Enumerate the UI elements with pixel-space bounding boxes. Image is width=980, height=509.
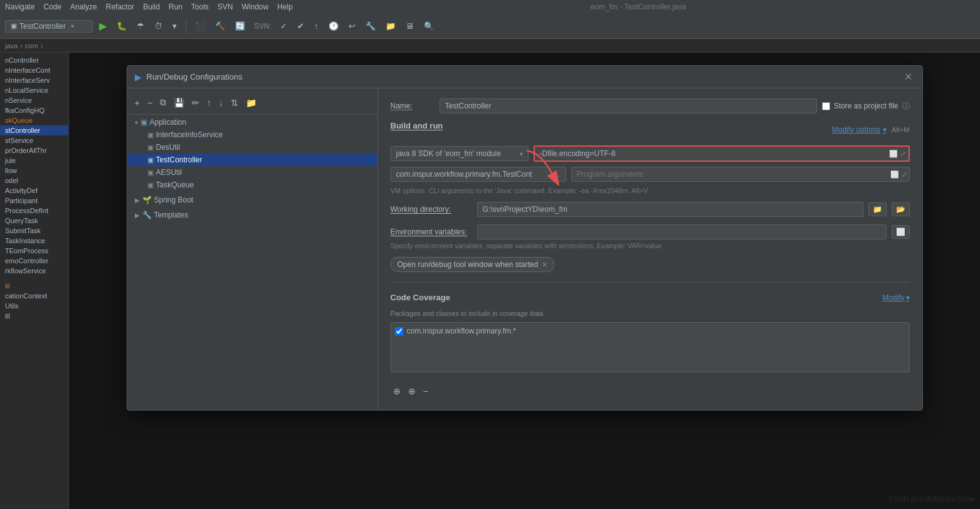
sidebar-item-til2[interactable]: til (0, 311, 68, 321)
sync-button[interactable]: 🔄 (231, 19, 249, 33)
sidebar-item-skqueue[interactable]: skQueue (0, 115, 68, 125)
menu-build[interactable]: Build (143, 3, 160, 11)
folder-button[interactable]: 📁 (243, 97, 259, 109)
tree-group-header-templates[interactable]: ▶ 🔧 Templates (127, 209, 377, 221)
svn-check[interactable]: ✓ (277, 19, 291, 33)
sidebar-item-processdefint[interactable]: ProcessDefInt (0, 206, 68, 216)
project-button[interactable]: 📁 (382, 19, 399, 33)
run-button[interactable]: ▶ (95, 18, 110, 34)
sidebar-item-cationcontext[interactable]: cationContext (0, 291, 68, 301)
sidebar-item-nservice[interactable]: nService (0, 95, 68, 105)
open-dir-button[interactable]: 📂 (892, 202, 910, 216)
sidebar-item-rkflowservice[interactable]: rkflowService (0, 266, 68, 276)
breadcrumb-java[interactable]: java (5, 42, 18, 50)
sidebar-item-querytask[interactable]: QueryTask (0, 216, 68, 226)
search-button[interactable]: 🔍 (420, 19, 438, 33)
sidebar-item-llow[interactable]: llow (0, 165, 68, 176)
svn-tick[interactable]: ✔ (293, 19, 308, 33)
move-up-button[interactable]: ↑ (204, 97, 214, 109)
coverage-checkbox[interactable] (395, 327, 403, 335)
menu-help[interactable]: Help (277, 3, 293, 11)
chevron-down-icon: ▾ (71, 23, 74, 29)
sidebar-item-ninterfacecont[interactable]: nInterfaceCont (0, 65, 68, 75)
menu-svn[interactable]: SVN (218, 3, 233, 11)
store-checkbox[interactable] (822, 102, 830, 110)
settings-button[interactable]: 🔧 (362, 19, 379, 33)
vm-options-input[interactable] (535, 147, 909, 160)
debug-button[interactable]: 🐛 (113, 19, 130, 33)
add-config-button[interactable]: + (132, 97, 142, 109)
name-input[interactable] (440, 98, 817, 113)
file-icon: ▣ (147, 156, 154, 164)
tree-item-aesutil[interactable]: ▣ AESUtil (127, 166, 377, 179)
sidebar-item-submittask[interactable]: SubmitTask (0, 226, 68, 236)
menu-analyze[interactable]: Analyze (70, 3, 97, 11)
working-dir-input[interactable] (477, 202, 863, 217)
tree-item-taskqueue[interactable]: ▣ TaskQueue (127, 179, 377, 191)
dialog-close-button[interactable]: ✕ (902, 71, 915, 83)
sort-button[interactable]: ⇅ (228, 97, 241, 109)
env-vars-input[interactable] (477, 224, 887, 239)
stop-button[interactable]: ⬛ (191, 19, 209, 33)
remove-coverage-button[interactable]: − (421, 385, 431, 397)
coverage-button[interactable]: ☂ (133, 19, 148, 33)
menu-run[interactable]: Run (169, 3, 182, 11)
menu-code[interactable]: Code (43, 3, 61, 11)
tree-group-header-springboot[interactable]: ▶ 🌱 Spring Boot (127, 194, 377, 206)
tree-group-header-application[interactable]: ▾ ▣ Application (127, 116, 377, 129)
tree-item-interfaceinfoservice[interactable]: ▣ InterfaceInfoService (127, 129, 377, 141)
sidebar-item-ncontroller[interactable]: nController (0, 55, 68, 65)
dialog-body: + − ⧉ 💾 ✏ ↑ ↓ ⇅ 📁 (127, 88, 922, 410)
add-coverage2-button[interactable]: ⊕ (406, 385, 418, 397)
sidebar-item-stservice[interactable]: stService (0, 135, 68, 145)
move-down-button[interactable]: ↓ (216, 97, 226, 109)
sidebar-item-activitydef[interactable]: ActivityDef (0, 186, 68, 196)
app-icon: ▣ (140, 118, 147, 127)
copy-config-button[interactable]: ⧉ (157, 96, 169, 109)
sidebar-item-prorderallthr[interactable]: prOrderAllThr (0, 145, 68, 155)
menu-refactor[interactable]: Refactor (106, 3, 134, 11)
open-tool-window-tag[interactable]: Open run/debug tool window when started … (391, 257, 555, 272)
svn-history[interactable]: 🕐 (325, 19, 342, 33)
svn-update[interactable]: ↑ (310, 19, 322, 33)
sidebar-item-ninterfaceserv[interactable]: nInterfaceServ (0, 75, 68, 85)
modify-options-button[interactable]: Modify options ▾ (832, 125, 887, 134)
env-expand-button[interactable]: ⬜ (892, 225, 910, 239)
browse-dir-button[interactable]: 📁 (868, 202, 887, 216)
sidebar-item-til[interactable]: til (0, 281, 68, 291)
config-selector[interactable]: ▣ TestController ▾ (5, 20, 93, 33)
menu-tools[interactable]: Tools (191, 3, 209, 11)
undo-button[interactable]: ↩ (345, 19, 359, 33)
breadcrumb-com[interactable]: com (25, 42, 38, 50)
sidebar-item-odel[interactable]: odel (0, 176, 68, 186)
main-class-selector[interactable]: com.inspur.workflow.primary.fm.TestCont … (391, 167, 566, 182)
sidebar-item-teomprocess[interactable]: TEomProcess (0, 246, 68, 256)
edit-config-button[interactable]: ✏ (189, 97, 202, 109)
env-vars-label: Environment variables: (391, 228, 472, 236)
sidebar-item-democontroller[interactable]: emoController (0, 256, 68, 266)
add-coverage-button[interactable]: ⊕ (391, 385, 403, 397)
build-button[interactable]: 🔨 (211, 19, 229, 33)
program-args-input[interactable] (571, 167, 910, 182)
sidebar-item-utils[interactable]: Utils (0, 301, 68, 311)
tree-item-desutil[interactable]: ▣ DesUtil (127, 141, 377, 154)
tag-close-icon[interactable]: ✕ (542, 261, 547, 269)
tree-item-testcontroller[interactable]: ▣ TestController (127, 154, 377, 166)
menu-navigate[interactable]: Navigate (5, 3, 34, 11)
sidebar-item-taskinstance[interactable]: TaskInstance (0, 236, 68, 246)
save-config-button[interactable]: 💾 (171, 97, 187, 109)
coverage-modify-button[interactable]: Modify ▾ (882, 293, 909, 302)
monitor-button[interactable]: 🖥 (402, 19, 418, 33)
dropdown-button[interactable]: ▾ (169, 19, 181, 33)
sidebar-item-nlocalservice[interactable]: nLocalService (0, 85, 68, 95)
sidebar-item-stcontroller[interactable]: stController (0, 125, 68, 135)
remove-config-button[interactable]: − (145, 97, 155, 109)
class-args-row: com.inspur.workflow.primary.fm.TestCont … (391, 167, 910, 182)
sidebar-item-participant[interactable]: Participant (0, 196, 68, 206)
sidebar-item-jule[interactable]: jule (0, 155, 68, 165)
chevron-down-icon2: ▾ (883, 125, 887, 134)
sdk-selector[interactable]: java 8 SDK of 'eom_fm' module ▾ (391, 146, 529, 161)
sidebar-item-fkaconfigHQ[interactable]: fkaConfigHQ (0, 105, 68, 115)
menu-window[interactable]: Window (242, 3, 269, 11)
profile-button[interactable]: ⏱ (150, 19, 166, 33)
